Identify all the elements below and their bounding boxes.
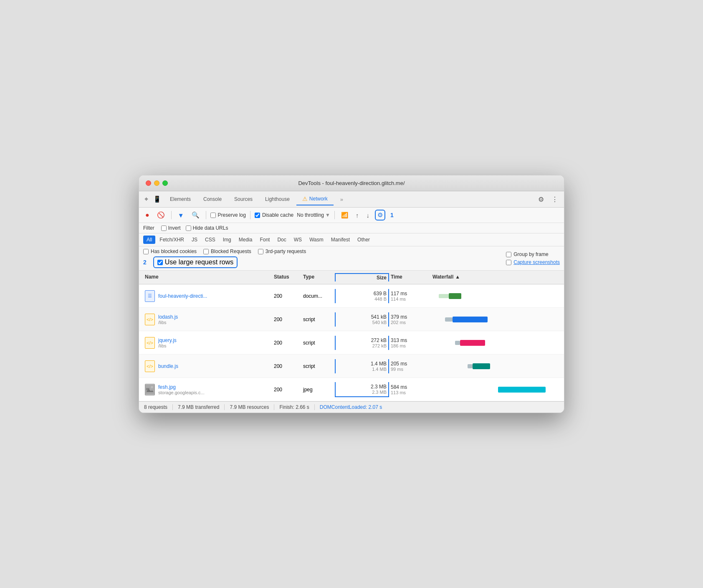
third-party-checkbox[interactable] (258, 249, 263, 254)
tab-bar: ⌖ 📱 Elements Console Sources Lighthouse … (139, 191, 564, 208)
tab-console[interactable]: Console (197, 194, 228, 205)
td-size-4: 2.3 MB 2.3 MB (335, 382, 389, 397)
type-btn-all[interactable]: All (143, 236, 155, 244)
stop-button[interactable]: 🚫 (155, 210, 167, 220)
filter-label: Filter (143, 225, 154, 231)
th-time[interactable]: Time (389, 273, 431, 281)
invert-checkbox[interactable] (161, 226, 167, 231)
table-row[interactable]: </> bundle.js 200 script 1.4 MB 1.4 MB 2… (139, 355, 564, 378)
type-btn-font[interactable]: Font (256, 236, 273, 244)
settings-highlighted-button[interactable]: ⚙ (375, 210, 385, 220)
titlebar: DevTools - foul-heavenly-direction.glitc… (139, 175, 564, 191)
table-body: ☰ foul-heavenly-directi... 200 docum... … (139, 284, 564, 401)
table-row[interactable]: fesh.jpg storage.googleapis.c... 200 jpe… (139, 378, 564, 401)
maximize-button[interactable] (162, 180, 168, 186)
blocked-requests-label[interactable]: Blocked Requests (203, 248, 251, 254)
use-large-rows-checkbox[interactable] (157, 260, 163, 265)
td-status-4: 200 (272, 385, 301, 394)
capture-screenshots-checkbox[interactable] (506, 260, 511, 265)
td-waterfall-2 (431, 331, 560, 354)
has-blocked-cookies-label[interactable]: Has blocked cookies (143, 248, 197, 254)
td-waterfall-0 (431, 284, 560, 307)
td-size-1: 541 kB 540 kB (335, 312, 389, 327)
table-row[interactable]: ☰ foul-heavenly-directi... 200 docum... … (139, 284, 564, 308)
tab-more[interactable]: » (334, 194, 349, 205)
script-icon-1: </> (145, 314, 155, 325)
th-waterfall[interactable]: Waterfall ▲ (431, 273, 560, 281)
td-status-1: 200 (272, 315, 301, 324)
img-icon (145, 384, 155, 395)
search-button[interactable]: 🔍 (190, 210, 202, 220)
device-icon[interactable]: 📱 (151, 194, 163, 204)
invert-label[interactable]: Invert (161, 225, 181, 231)
separator-4 (334, 211, 335, 219)
tab-lighthouse[interactable]: Lighthouse (259, 194, 296, 205)
sb-finish: Finish: 2.66 s (274, 404, 314, 410)
minimize-button[interactable] (154, 180, 159, 186)
hide-data-urls-checkbox[interactable] (186, 226, 191, 231)
close-button[interactable] (146, 180, 151, 186)
filter-bar: Filter Invert Hide data URLs (139, 223, 564, 233)
type-btn-img[interactable]: Img (220, 236, 235, 244)
upload-button[interactable]: ↑ (354, 210, 361, 220)
type-btn-media[interactable]: Media (235, 236, 256, 244)
record-button[interactable]: ● (143, 210, 152, 220)
download-button[interactable]: ↓ (364, 210, 372, 220)
table-row[interactable]: </> lodash.js /libs 200 script 541 kB 54… (139, 308, 564, 331)
tab-sources[interactable]: Sources (228, 194, 258, 205)
group-by-frame-checkbox[interactable] (506, 252, 511, 257)
tab-network[interactable]: ⚠ Network (296, 193, 334, 205)
options-left: Has blocked cookies Blocked Requests 3rd… (143, 248, 306, 268)
type-btn-wasm[interactable]: Wasm (306, 236, 327, 244)
more-button[interactable]: ⋮ (549, 194, 561, 205)
network-conditions-button[interactable]: 📶 (339, 210, 350, 220)
td-name-4: fesh.jpg storage.googleapis.c... (143, 382, 272, 397)
type-filter: All Fetch/XHR JS CSS Img Media Font Doc … (139, 233, 564, 246)
blocked-requests-checkbox[interactable] (203, 249, 209, 254)
td-waterfall-4 (431, 378, 560, 401)
third-party-label[interactable]: 3rd-party requests (258, 248, 306, 254)
options-bar: Has blocked cookies Blocked Requests 3rd… (139, 246, 564, 271)
type-btn-js[interactable]: JS (188, 236, 201, 244)
settings-button[interactable]: ⚙ (536, 194, 546, 205)
disable-cache-checkbox[interactable] (255, 213, 260, 218)
th-name[interactable]: Name (143, 273, 272, 281)
type-btn-ws[interactable]: WS (291, 236, 305, 244)
warning-icon: ⚠ (302, 195, 308, 202)
traffic-lights (146, 180, 168, 186)
type-btn-doc[interactable]: Doc (274, 236, 289, 244)
waterfall-bar-3 (432, 362, 558, 370)
td-name-1: </> lodash.js /libs (143, 312, 272, 327)
waterfall-bar-2 (432, 339, 558, 347)
th-type[interactable]: Type (301, 273, 335, 281)
td-type-0: docum... (301, 291, 335, 301)
has-blocked-cookies-checkbox[interactable] (143, 249, 149, 254)
hide-data-urls-label[interactable]: Hide data URLs (186, 225, 228, 231)
type-btn-other[interactable]: Other (354, 236, 373, 244)
badge-2: 2 (143, 259, 147, 266)
disable-cache-label[interactable]: Disable cache (255, 212, 293, 218)
options-right: Group by frame Capture screenshots (506, 251, 560, 265)
separator-3 (250, 211, 250, 219)
preserve-log-checkbox[interactable] (210, 213, 216, 218)
th-size[interactable]: Size (335, 273, 389, 281)
throttle-select[interactable]: No throttling ▼ (297, 212, 330, 218)
filter-button[interactable]: ▼ (176, 210, 186, 220)
preserve-log-label[interactable]: Preserve log (210, 212, 246, 218)
type-btn-css[interactable]: CSS (202, 236, 219, 244)
capture-screenshots-label[interactable]: Capture screenshots (506, 259, 560, 265)
type-btn-manifest[interactable]: Manifest (328, 236, 353, 244)
td-type-1: script (301, 315, 335, 324)
td-size-0: 639 B 448 B (335, 289, 389, 303)
type-btn-fetchxhr[interactable]: Fetch/XHR (156, 236, 187, 244)
tab-elements[interactable]: Elements (164, 194, 197, 205)
toolbar-right: ⚙ ⋮ (536, 194, 561, 205)
td-type-4: jpeg (301, 385, 335, 394)
td-waterfall-1 (431, 308, 560, 331)
devtools-window: DevTools - foul-heavenly-direction.glitc… (139, 175, 564, 413)
table-row[interactable]: </> jquery.js /libs 200 script 272 kB 27… (139, 331, 564, 355)
inspector-icon[interactable]: ⌖ (142, 194, 150, 204)
th-status[interactable]: Status (272, 273, 301, 281)
td-name-0: ☰ foul-heavenly-directi... (143, 289, 272, 304)
group-by-frame-label[interactable]: Group by frame (506, 251, 560, 257)
